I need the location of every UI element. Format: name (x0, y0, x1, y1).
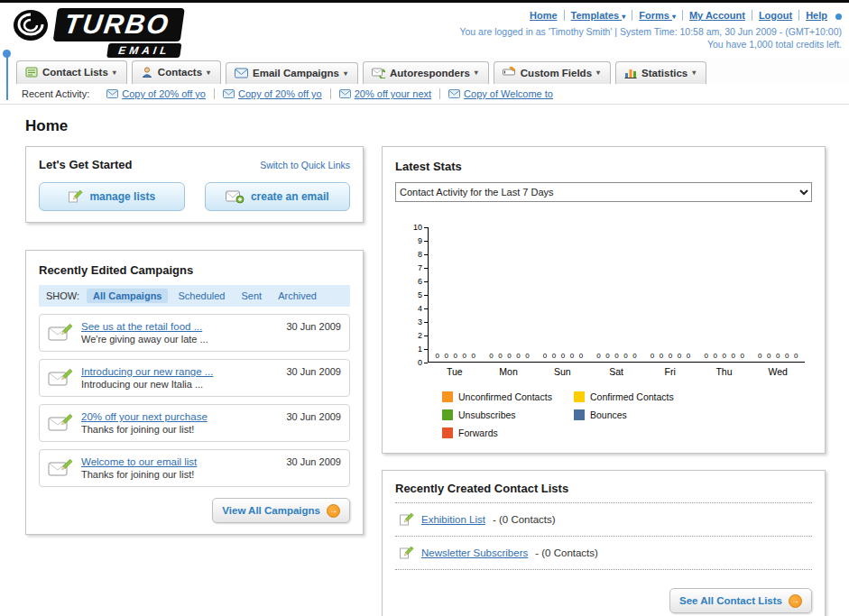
bar-value-label: 0 (623, 352, 630, 360)
bar-value-label: 0 (783, 352, 790, 360)
tab-email-campaigns[interactable]: Email Campaigns ▾ (226, 62, 358, 84)
filter-archived[interactable]: Archived (272, 289, 323, 303)
pencil-icon (399, 512, 414, 527)
see-all-contact-lists-button[interactable]: See All Contact Lists → (669, 588, 812, 613)
campaign-title-link[interactable]: Welcome to our email list (81, 456, 278, 467)
tab-label: Contact Lists (42, 67, 108, 78)
arrow-right-icon: → (789, 594, 802, 608)
campaign-title-link[interactable]: See us at the retail food ... (81, 321, 278, 332)
envelope-icon (448, 89, 460, 98)
top-nav: HomeTemplates ▾Forms ▾My AccountLogoutHe… (459, 10, 842, 21)
x-axis-label: Tue (428, 366, 482, 377)
bar-value-label: 0 (595, 352, 603, 360)
view-all-campaigns-button[interactable]: View All Campaigns → (212, 498, 350, 523)
chevron-down-icon: ▾ (622, 13, 625, 21)
bar-value-label: 0 (739, 352, 746, 360)
top-link-help[interactable]: Help (799, 10, 834, 21)
bar-value-label: 0 (559, 352, 567, 360)
logo-subtitle: EMAIL (106, 43, 182, 58)
campaign-date: 30 Jun 2009 (286, 321, 341, 332)
top-link-forms[interactable]: Forms ▾ (632, 10, 683, 21)
left-column: Let's Get Started Switch to Quick Links … (25, 146, 364, 535)
email-campaigns-icon (235, 68, 248, 78)
x-axis-label: Mon (482, 366, 536, 377)
campaign-subtitle: Thanks for joining our list! (81, 424, 278, 435)
bar-value-label: 0 (568, 352, 576, 360)
bar-value-label: 0 (523, 352, 531, 360)
tab-contacts[interactable]: Contacts ▾ (132, 60, 221, 84)
login-info: You are logged in as 'Timothy Smith' | S… (459, 26, 842, 37)
x-axis-label: Wed (751, 366, 805, 377)
bar-value-label: 0 (730, 352, 737, 360)
bar-group: 00000 (429, 352, 483, 362)
bar-group: 00000 (590, 352, 644, 362)
bar-value-label: 0 (632, 352, 639, 360)
stats-activity-select[interactable]: Contact Activity for the Last 7 Days (395, 182, 812, 202)
app-logo[interactable]: TURBO EMAIL (13, 6, 183, 55)
envelope-icon (339, 89, 351, 98)
top-link-home[interactable]: Home (523, 10, 565, 21)
bar-value-label: 0 (703, 352, 710, 360)
filter-all-campaigns[interactable]: All Campaigns (87, 289, 168, 303)
header-right: HomeTemplates ▾Forms ▾My AccountLogoutHe… (459, 6, 842, 55)
bar-value-label: 0 (434, 352, 441, 360)
tab-label: Autoresponders (390, 68, 470, 78)
top-link-logout[interactable]: Logout (752, 10, 799, 21)
campaign-edit-icon (48, 413, 73, 433)
contact-lists-panel-title: Recently Created Contact Lists (395, 482, 812, 503)
tab-statistics[interactable]: Statistics ▾ (615, 61, 706, 84)
filter-sent[interactable]: Sent (235, 289, 268, 303)
bar-value-label: 0 (487, 352, 494, 360)
campaign-date: 30 Jun 2009 (286, 366, 341, 377)
recent-activity-label: Recent Activity: (22, 88, 89, 99)
x-axis-label: Thu (697, 366, 752, 377)
contact-list-link[interactable]: Exhibition List (421, 514, 485, 525)
bar-value-label: 0 (792, 352, 799, 360)
bar-value-label: 0 (685, 352, 692, 360)
contact-list-link[interactable]: Newsletter Subscribers (421, 547, 528, 558)
logo-swirl-icon (13, 6, 52, 44)
logo-title: TURBO (53, 8, 185, 41)
decor-help-dot (835, 14, 842, 20)
bar-value-label: 0 (452, 352, 459, 360)
contact-list-item: Exhibition List - (0 Contacts) (395, 503, 812, 537)
campaign-title-link[interactable]: Introducing our new range ... (81, 366, 278, 377)
campaign-filter-bar: SHOW: All Campaigns Scheduled Sent Archi… (39, 285, 350, 307)
recent-activity-item[interactable]: Copy of 20% off yo (215, 88, 331, 99)
chevron-down-icon: ▾ (207, 69, 210, 77)
manage-lists-button[interactable]: manage lists (39, 182, 185, 211)
recently-edited-campaigns-panel: Recently Edited Campaigns SHOW: All Camp… (25, 250, 364, 535)
legend-item: Confirmed Contacts (574, 391, 706, 402)
contacts-icon (141, 66, 153, 78)
filter-scheduled[interactable]: Scheduled (171, 289, 231, 303)
recent-activity-item[interactable]: 20% off your next (331, 88, 440, 99)
campaign-title-link[interactable]: 20% off your next purchase (81, 411, 278, 422)
bar-group: 00000 (483, 352, 537, 362)
legend-label: Bounces (590, 409, 627, 420)
x-axis-label: Sat (589, 366, 643, 377)
tab-contact-lists[interactable]: Contact Lists ▾ (16, 60, 127, 84)
bar-value-label: 0 (676, 352, 683, 360)
tab-autoresponders[interactable]: Autoresponders ▾ (363, 61, 489, 84)
create-email-button[interactable]: create an email (205, 182, 351, 211)
campaign-edit-icon (48, 458, 73, 478)
recent-activity-item[interactable]: Copy of Welcome to (440, 88, 561, 99)
legend-label: Confirmed Contacts (590, 391, 674, 402)
chevron-down-icon: ▾ (113, 69, 116, 77)
bar-group: 00000 (697, 352, 752, 362)
switch-quick-links-link[interactable]: Switch to Quick Links (260, 160, 350, 170)
recent-activity-item[interactable]: Copy of 20% off yo (98, 88, 215, 99)
envelope-icon (223, 89, 235, 98)
bar-group: 00000 (751, 352, 805, 362)
content: Home Let's Get Started Switch to Quick L… (0, 105, 849, 616)
get-started-panel: Let's Get Started Switch to Quick Links … (25, 146, 364, 223)
top-link-templates[interactable]: Templates ▾ (565, 10, 633, 21)
bar-value-label: 0 (470, 352, 477, 360)
header: TURBO EMAIL HomeTemplates ▾Forms ▾My Acc… (0, 3, 849, 57)
bar-value-label: 0 (756, 352, 763, 360)
tab-custom-fields[interactable]: Custom Fields ▾ (494, 61, 611, 84)
credits-info: You have 1,000 total credits left. (459, 39, 842, 50)
legend-swatch (442, 409, 453, 420)
campaign-row: 20% off your next purchase Thanks for jo… (39, 404, 350, 442)
top-link-my-account[interactable]: My Account (683, 10, 752, 21)
